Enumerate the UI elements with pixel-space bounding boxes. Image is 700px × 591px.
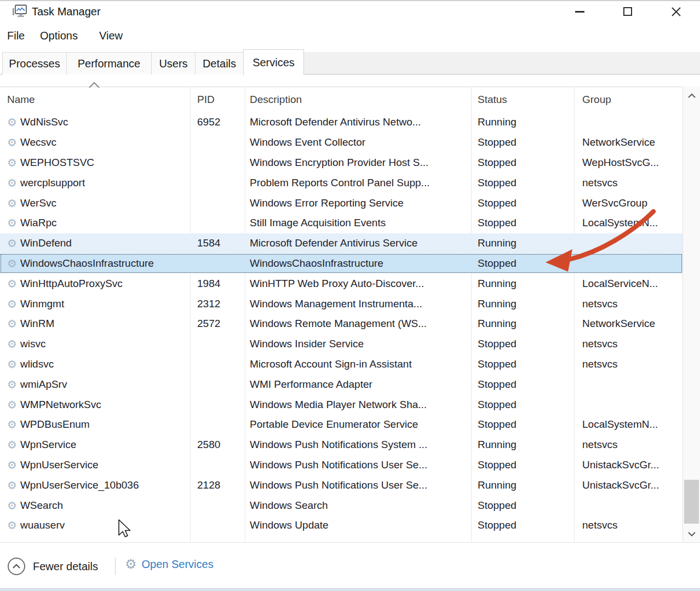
- service-status: Stopped: [471, 193, 574, 213]
- service-name-cell: ⚙wlidsvc: [0, 354, 190, 375]
- tab-users[interactable]: Users: [151, 52, 196, 74]
- service-group: LocalSystemN...: [574, 213, 681, 233]
- service-group: [574, 394, 681, 415]
- tab-details[interactable]: Details: [195, 52, 244, 74]
- service-row[interactable]: ⚙wisvcWindows Insider ServiceStoppednets…: [0, 334, 682, 354]
- service-status: Stopped: [471, 415, 574, 435]
- service-group: netsvcs: [574, 294, 681, 314]
- service-row[interactable]: ⚙WinHttpAutoProxySvc1984WinHTTP Web Prox…: [0, 273, 682, 294]
- column-header-description[interactable]: Description: [245, 94, 471, 106]
- service-name: Winmgmt: [20, 298, 64, 310]
- service-row[interactable]: ⚙wlidsvcMicrosoft Account Sign-in Assist…: [0, 354, 682, 375]
- service-group: NetworkService: [574, 133, 681, 153]
- menu-view[interactable]: View: [99, 30, 123, 42]
- service-description: WinHTTP Web Proxy Auto-Discover...: [245, 273, 471, 294]
- window-bottom-edge: [0, 588, 700, 591]
- service-status: Stopped: [471, 394, 574, 415]
- service-pid: [190, 254, 245, 274]
- tab-performance[interactable]: Performance: [66, 52, 152, 74]
- service-row[interactable]: ⚙WinDefend1584Microsoft Defender Antivir…: [0, 233, 682, 254]
- service-row[interactable]: ⚙WinRM2572Windows Remote Management (WS.…: [0, 314, 682, 334]
- service-name: WdNisSvc: [20, 116, 68, 128]
- service-row[interactable]: ⚙WpnService2580Windows Push Notification…: [0, 435, 682, 455]
- service-row[interactable]: ⚙WerSvcWindows Error Reporting ServiceSt…: [0, 193, 682, 213]
- service-row[interactable]: ⚙Winmgmt2312Windows Management Instrumen…: [0, 294, 682, 314]
- service-pid: [190, 455, 245, 475]
- minimize-button[interactable]: [565, 1, 594, 22]
- service-gear-icon: ⚙: [7, 238, 17, 249]
- service-name: WEPHOSTSVC: [20, 157, 94, 169]
- service-group: [574, 112, 681, 133]
- service-row[interactable]: ⚙wuauservWindows UpdateStoppednetsvcs: [0, 515, 682, 536]
- service-row[interactable]: ⚙wercplsupportProblem Reports Control Pa…: [0, 173, 682, 193]
- service-gear-icon: ⚙: [7, 399, 17, 410]
- service-row[interactable]: ⚙WpnUserServiceWindows Push Notification…: [0, 455, 682, 475]
- service-group: UnistackSvcGr...: [574, 475, 681, 495]
- menu-file[interactable]: File: [7, 30, 25, 42]
- service-pid: 6952: [190, 112, 245, 133]
- scroll-up-button[interactable]: [683, 89, 700, 103]
- service-status: Stopped: [471, 153, 574, 173]
- footer-bar: Fewer details ⚙ Open Services: [0, 542, 700, 588]
- service-pid: [190, 394, 245, 415]
- service-status: Running: [471, 294, 574, 314]
- vertical-scrollbar[interactable]: [682, 87, 700, 542]
- service-row[interactable]: ⚙WiaRpcStill Image Acquisition EventsSto…: [0, 213, 682, 233]
- service-name: WinHttpAutoProxySvc: [20, 278, 123, 290]
- column-header-group[interactable]: Group: [574, 94, 681, 106]
- service-row[interactable]: ⚙wmiApSrvWMI Performance AdapterStopped: [0, 374, 682, 394]
- service-gear-icon: ⚙: [7, 177, 17, 188]
- menu-options[interactable]: Options: [40, 30, 78, 42]
- service-name: WerSvc: [20, 197, 56, 209]
- service-gear-icon: ⚙: [7, 439, 17, 450]
- service-gear-icon: ⚙: [7, 258, 17, 269]
- service-pid: [190, 374, 245, 394]
- task-manager-window: Task Manager File Options View Processes…: [0, 0, 700, 591]
- service-name: WpnUserService: [20, 459, 99, 471]
- scrollbar-thumb[interactable]: [684, 480, 699, 524]
- service-row[interactable]: ⚙WdNisSvc6952Microsoft Defender Antiviru…: [0, 112, 682, 133]
- service-row[interactable]: ⚙WMPNetworkSvcWindows Media Player Netwo…: [0, 394, 682, 415]
- service-name: Wecsvc: [20, 136, 56, 148]
- window-title: Task Manager: [32, 5, 101, 18]
- tab-services[interactable]: Services: [243, 49, 304, 75]
- service-group: WepHostSvcG...: [574, 153, 681, 173]
- service-name: WpnUserService_10b036: [20, 479, 139, 491]
- tab-processes[interactable]: Processes: [2, 52, 67, 74]
- service-name-cell: ⚙WEPHOSTSVC: [0, 153, 190, 173]
- service-description: Microsoft Defender Antivirus Service: [245, 233, 471, 254]
- service-row[interactable]: ⚙WecsvcWindows Event CollectorStoppedNet…: [0, 133, 682, 153]
- service-gear-icon: ⚙: [7, 480, 17, 491]
- service-row[interactable]: ⚙WindowsChaosInfrastructureWindowsChaosI…: [0, 254, 682, 274]
- service-description: Windows Event Collector: [245, 133, 471, 153]
- service-row[interactable]: ⚙WSearchWindows SearchStopped: [0, 495, 682, 515]
- service-group: WerSvcGroup: [574, 193, 681, 213]
- service-row[interactable]: ⚙WEPHOSTSVCWindows Encryption Provider H…: [0, 153, 682, 173]
- service-description: Windows Insider Service: [245, 334, 471, 354]
- service-name-cell: ⚙wuauserv: [0, 515, 190, 536]
- open-services-link[interactable]: ⚙ Open Services: [125, 558, 214, 571]
- service-group: [574, 233, 681, 254]
- service-gear-icon: ⚙: [7, 299, 17, 309]
- service-row[interactable]: ⚙WPDBusEnumPortable Device Enumerator Se…: [0, 415, 682, 435]
- service-name: WiaRpc: [20, 217, 57, 229]
- close-button[interactable]: [662, 1, 690, 22]
- services-gear-icon: ⚙: [125, 558, 137, 571]
- service-gear-icon: ⚙: [7, 117, 17, 128]
- service-gear-icon: ⚙: [7, 460, 17, 470]
- service-status: Stopped: [471, 354, 574, 375]
- column-header-name[interactable]: Name: [0, 94, 190, 106]
- maximize-button[interactable]: [613, 1, 642, 22]
- service-gear-icon: ⚙: [7, 338, 17, 349]
- service-row[interactable]: ⚙WpnUserService_10b0362128Windows Push N…: [0, 475, 682, 495]
- service-description: Microsoft Account Sign-in Assistant: [245, 354, 471, 375]
- scroll-down-button[interactable]: [683, 527, 700, 541]
- column-header-pid[interactable]: PID: [190, 94, 245, 106]
- service-name: WMPNetworkSvc: [20, 399, 101, 411]
- service-description: Windows Search: [245, 495, 471, 515]
- service-group: netsvcs: [574, 334, 681, 354]
- service-pid: [190, 153, 245, 173]
- service-name-cell: ⚙WPDBusEnum: [0, 415, 190, 435]
- fewer-details-button[interactable]: Fewer details: [8, 558, 98, 575]
- column-header-status[interactable]: Status: [471, 94, 574, 106]
